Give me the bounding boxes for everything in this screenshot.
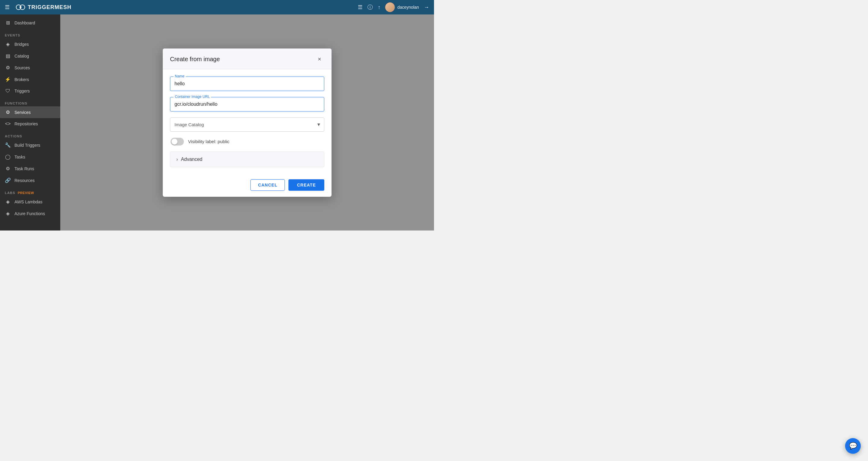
toggle-knob xyxy=(172,139,178,145)
sidebar-item-bridges[interactable]: ◈ Bridges xyxy=(0,38,60,50)
azure-functions-icon: ◈ xyxy=(5,211,11,216)
visibility-toggle[interactable] xyxy=(170,138,184,146)
image-catalog-group: Image Catalog ▾ xyxy=(170,118,324,132)
resources-icon: 🔗 xyxy=(5,178,11,183)
dashboard-icon: ⊞ xyxy=(5,20,11,26)
logout-icon[interactable]: → xyxy=(424,4,429,10)
upload-icon[interactable]: ↑ xyxy=(378,4,380,10)
sidebar: ⊞ Dashboard EVENTS ◈ Bridges ▤ Catalog ⚙… xyxy=(0,14,60,230)
avatar xyxy=(385,2,395,12)
logo: TRIGGERMESH xyxy=(16,3,71,11)
aws-lambdas-icon: ◈ xyxy=(5,199,11,205)
sidebar-item-aws-lambdas[interactable]: ◈ AWS Lambdas xyxy=(0,196,60,208)
create-button[interactable]: CREATE xyxy=(288,179,324,191)
triggers-icon: 🛡 xyxy=(5,88,11,94)
user-menu[interactable]: daceynolan xyxy=(385,2,419,12)
sidebar-item-label: Triggers xyxy=(14,89,30,93)
sidebar-item-tasks[interactable]: ◯ Tasks xyxy=(0,151,60,163)
topnav: ☰ TRIGGERMESH ☰ ⓘ ↑ daceynolan → xyxy=(0,0,434,14)
repositories-icon: <> xyxy=(5,121,11,127)
sidebar-item-label: Sources xyxy=(14,65,30,70)
image-catalog-select[interactable]: Image Catalog xyxy=(170,118,324,132)
sidebar-item-triggers[interactable]: 🛡 Triggers xyxy=(0,85,60,97)
bridges-icon: ◈ xyxy=(5,41,11,47)
visibility-toggle-row: Visibility label: public xyxy=(170,138,324,146)
sidebar-item-catalog[interactable]: ▤ Catalog xyxy=(0,50,60,62)
sidebar-section-labs: LABS PREVIEW xyxy=(0,186,60,196)
sidebar-item-build-triggers[interactable]: 🔧 Build Triggers xyxy=(0,139,60,151)
tasks-icon: ◯ xyxy=(5,154,11,160)
svg-point-2 xyxy=(20,6,22,8)
modal-close-button[interactable]: × xyxy=(315,55,324,64)
sidebar-item-label: Bridges xyxy=(14,42,29,47)
container-image-field-group: Container Image URL xyxy=(170,97,324,112)
sidebar-item-label: Dashboard xyxy=(14,21,35,25)
logo-text: TRIGGERMESH xyxy=(28,4,71,10)
cancel-button[interactable]: CANCEL xyxy=(250,179,285,191)
build-triggers-icon: 🔧 xyxy=(5,142,11,148)
modal-header: Create from image × xyxy=(163,49,332,69)
sidebar-item-azure-functions[interactable]: ◈ Azure Functions xyxy=(0,208,60,219)
sidebar-item-sources[interactable]: ⚙ Sources xyxy=(0,62,60,73)
close-icon: × xyxy=(318,56,321,63)
advanced-chevron-icon: › xyxy=(176,157,178,162)
modal-overlay: Create from image × Name Container Image… xyxy=(60,14,434,230)
sidebar-item-repositories[interactable]: <> Repositories xyxy=(0,118,60,129)
brokers-icon: ⚡ xyxy=(5,76,11,82)
main-content: Create from image × Name Container Image… xyxy=(60,14,434,230)
name-input[interactable] xyxy=(170,76,324,91)
modal-title: Create from image xyxy=(170,56,220,63)
name-field-group: Name xyxy=(170,76,324,91)
container-image-input[interactable] xyxy=(170,97,324,112)
sidebar-item-label: Azure Functions xyxy=(14,211,45,216)
modal-footer: CANCEL CREATE xyxy=(163,175,332,197)
sidebar-item-label: Resources xyxy=(14,178,35,183)
hamburger-menu-icon[interactable]: ☰ xyxy=(5,4,10,10)
catalog-icon: ▤ xyxy=(5,53,11,59)
sidebar-item-label: AWS Lambdas xyxy=(14,199,42,204)
advanced-label: Advanced xyxy=(181,157,202,162)
sidebar-item-label: Build Triggers xyxy=(14,143,40,148)
sources-icon: ⚙ xyxy=(5,65,11,70)
modal-body: Name Container Image URL Image Catalog ▾ xyxy=(163,69,332,175)
sidebar-item-resources[interactable]: 🔗 Resources xyxy=(0,175,60,186)
sidebar-item-brokers[interactable]: ⚡ Brokers xyxy=(0,73,60,85)
name-label: Name xyxy=(174,74,186,78)
sidebar-section-events: EVENTS xyxy=(0,29,60,38)
sidebar-item-dashboard[interactable]: ⊞ Dashboard xyxy=(0,17,60,29)
sidebar-item-label: Catalog xyxy=(14,54,29,58)
sidebar-section-functions: FUNCTIONS xyxy=(0,97,60,106)
sidebar-item-label: Repositories xyxy=(14,121,38,126)
advanced-section[interactable]: › Advanced xyxy=(170,152,324,167)
sidebar-section-actions: ACTIONS xyxy=(0,129,60,139)
notification-icon[interactable]: ⓘ xyxy=(367,4,373,11)
sidebar-item-task-runs[interactable]: ⚙ Task Runs xyxy=(0,163,60,175)
services-icon: ⚙ xyxy=(5,110,11,115)
sidebar-item-label: Tasks xyxy=(14,155,25,159)
sidebar-item-label: Services xyxy=(14,110,31,115)
create-from-image-modal: Create from image × Name Container Image… xyxy=(163,49,332,197)
visibility-label: Visibility label: public xyxy=(188,139,229,144)
docs-icon[interactable]: ☰ xyxy=(358,4,363,10)
container-image-label: Container Image URL xyxy=(174,95,211,99)
sidebar-item-label: Brokers xyxy=(14,77,29,82)
sidebar-item-services[interactable]: ⚙ Services xyxy=(0,106,60,118)
sidebar-item-label: Task Runs xyxy=(14,166,34,171)
preview-badge: PREVIEW xyxy=(18,191,34,195)
task-runs-icon: ⚙ xyxy=(5,166,11,172)
username-label: daceynolan xyxy=(397,5,419,10)
